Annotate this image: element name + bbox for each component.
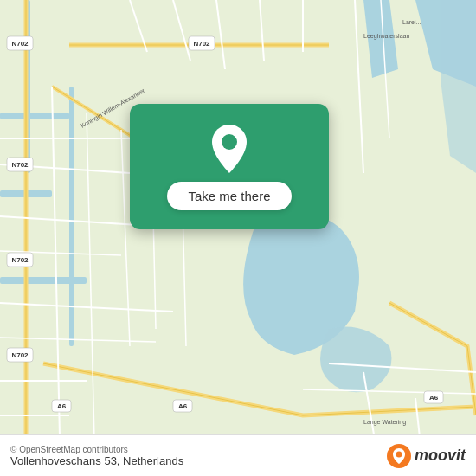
navigation-card[interactable]: Take me there <box>130 104 329 229</box>
location-pin-icon <box>208 123 251 175</box>
address-text: Vollenhoveschans 53, Netherlands <box>10 454 183 467</box>
moovit-icon <box>387 444 411 468</box>
moovit-text: moovit <box>415 447 466 465</box>
svg-rect-3 <box>0 113 69 119</box>
map-container: N702 N702 N702 N702 N702 A6 A6 A6 Koning… <box>0 0 476 476</box>
svg-text:N702: N702 <box>11 256 29 264</box>
moovit-logo: moovit <box>387 444 466 468</box>
svg-text:N702: N702 <box>11 161 29 169</box>
svg-text:N702: N702 <box>11 40 29 48</box>
svg-point-53 <box>222 134 237 150</box>
take-me-there-button[interactable]: Take me there <box>167 182 291 210</box>
svg-text:Lange Watering: Lange Watering <box>363 419 406 426</box>
svg-text:A6: A6 <box>178 402 188 410</box>
svg-text:N702: N702 <box>11 351 29 359</box>
svg-text:Leeghwaterslaan: Leeghwaterslaan <box>363 33 409 40</box>
svg-text:A6: A6 <box>57 402 67 410</box>
copyright-text: © OpenStreetMap contributors <box>10 445 183 454</box>
bottom-left-info: © OpenStreetMap contributors Vollenhoves… <box>10 445 183 467</box>
svg-text:Larei...: Larei... <box>402 19 421 25</box>
svg-point-55 <box>396 451 402 457</box>
svg-text:A6: A6 <box>429 394 439 402</box>
svg-text:N702: N702 <box>193 40 210 48</box>
bottom-bar: © OpenStreetMap contributors Vollenhoves… <box>0 434 476 476</box>
